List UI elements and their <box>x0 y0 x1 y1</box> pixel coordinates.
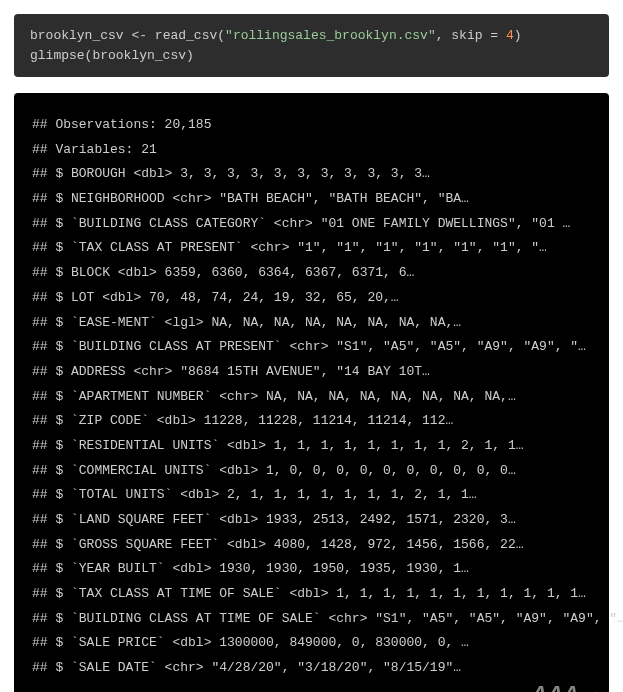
output-line: ## Variables: 21 <box>32 138 591 163</box>
output-line: ## $ `BUILDING CLASS CATEGORY` <chr> "01… <box>32 212 591 237</box>
output-line: ## $ `YEAR BUILT` <dbl> 1930, 1930, 1950… <box>32 557 591 582</box>
code-token-paren-open: ( <box>217 28 225 43</box>
output-line: ## $ `TAX CLASS AT TIME OF SALE` <dbl> 1… <box>32 582 591 607</box>
output-line: ## $ `GROSS SQUARE FEET` <dbl> 4080, 142… <box>32 533 591 558</box>
output-line: ## $ `LAND SQUARE FEET` <dbl> 1933, 2513… <box>32 508 591 533</box>
output-line: ## $ `SALE DATE` <chr> "4/28/20", "3/18/… <box>32 656 591 681</box>
code-line-1: brooklyn_csv <- read_csv("rollingsales_b… <box>30 26 593 46</box>
output-line: ## Observations: 20,185 <box>32 113 591 138</box>
output-line: ## $ `RESIDENTIAL UNITS` <dbl> 1, 1, 1, … <box>32 434 591 459</box>
output-line: ## $ ADDRESS <chr> "8684 15TH AVENUE", "… <box>32 360 591 385</box>
output-line: ## $ `EASE-MENT` <lgl> NA, NA, NA, NA, N… <box>32 311 591 336</box>
code-token-assign: <- <box>124 28 155 43</box>
code-token-variable: brooklyn_csv <box>30 28 124 43</box>
output-line: ## $ `APARTMENT NUMBER` <chr> NA, NA, NA… <box>32 385 591 410</box>
code-token-paren-close: ) <box>514 28 522 43</box>
output-line: ## $ BOROUGH <dbl> 3, 3, 3, 3, 3, 3, 3, … <box>32 162 591 187</box>
output-line: ## $ BLOCK <dbl> 6359, 6360, 6364, 6367,… <box>32 261 591 286</box>
output-line: ## $ `COMMERCIAL UNITS` <dbl> 1, 0, 0, 0… <box>32 459 591 484</box>
output-line: ## $ LOT <dbl> 70, 48, 74, 24, 19, 32, 6… <box>32 286 591 311</box>
code-token-number: 4 <box>506 28 514 43</box>
watermark-main: AAA <box>531 681 579 692</box>
output-line: ## $ NEIGHBORHOOD <chr> "BATH BEACH", "B… <box>32 187 591 212</box>
code-token-string: "rollingsales_brooklyn.csv" <box>225 28 436 43</box>
code-token-func: read_csv <box>155 28 217 43</box>
watermark-logo: AAA教育 <box>531 681 603 692</box>
output-line: ## $ `ZIP CODE` <dbl> 11228, 11228, 1121… <box>32 409 591 434</box>
code-input-block: brooklyn_csv <- read_csv("rollingsales_b… <box>14 14 609 77</box>
output-line: ## $ `SALE PRICE` <dbl> 1300000, 849000,… <box>32 631 591 656</box>
output-line: ## $ `BUILDING CLASS AT TIME OF SALE` <c… <box>32 607 591 632</box>
output-line: ## $ `BUILDING CLASS AT PRESENT` <chr> "… <box>32 335 591 360</box>
code-token-arg-sep: , skip = <box>436 28 506 43</box>
code-line-2: glimpse(brooklyn_csv) <box>30 46 593 66</box>
code-output-block: ## Observations: 20,185 ## Variables: 21… <box>14 93 609 692</box>
output-line: ## $ `TOTAL UNITS` <dbl> 2, 1, 1, 1, 1, … <box>32 483 591 508</box>
output-line: ## $ `TAX CLASS AT PRESENT` <chr> "1", "… <box>32 236 591 261</box>
